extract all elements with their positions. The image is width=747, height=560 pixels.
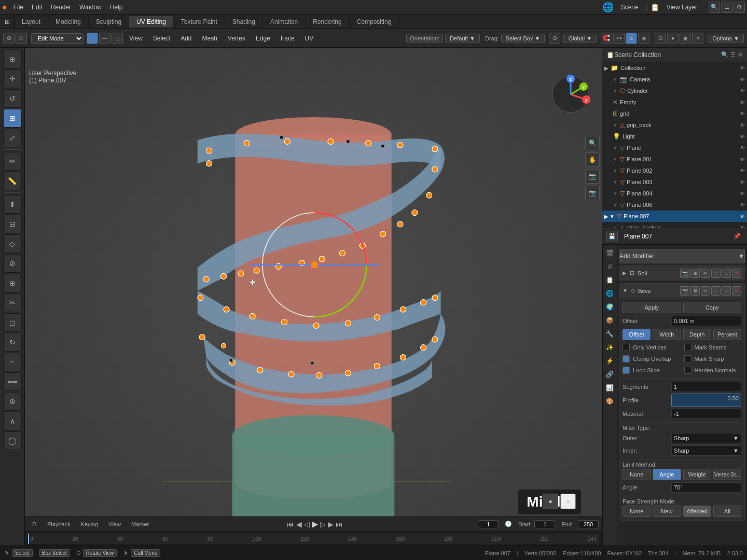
outliner-item-collection[interactable]: ▶ 📁 Collection 👁 — [602, 62, 747, 74]
constraints-props-icon[interactable]: 🔗 — [604, 368, 616, 381]
tab-rendering[interactable]: Rendering — [306, 16, 349, 27]
outer-dropdown[interactable]: Sharp ▼ — [671, 433, 741, 443]
orientation-btn[interactable]: ⊕ — [3, 33, 15, 44]
fs-affected-btn[interactable]: Affected — [683, 506, 711, 517]
limit-none-btn[interactable]: None — [622, 469, 651, 480]
smooth-tool[interactable]: ~ — [3, 353, 22, 371]
hand-btn[interactable]: ✋ — [585, 152, 600, 167]
file-menu[interactable]: File — [9, 3, 27, 12]
outliner-item-plane007[interactable]: ▶ ▼ ▽ Plane.007 👁 — [602, 211, 747, 222]
orientation-default[interactable]: Default ▼ — [445, 34, 480, 43]
jump-end-btn[interactable]: ⏭ — [336, 520, 343, 528]
solidify-render-icon[interactable]: 🖥 — [690, 269, 700, 278]
tab-modeling[interactable]: Modeling — [48, 16, 89, 27]
limit-angle-btn[interactable]: Angle — [653, 469, 681, 480]
outliner-settings-icon[interactable]: ⚙ — [738, 51, 743, 58]
viewport-gizmo[interactable]: Z Y X — [550, 74, 591, 115]
solidify-camera-icon[interactable]: 📷 — [680, 269, 689, 278]
modifier-props-icon[interactable]: 🔧 — [604, 328, 616, 340]
tab-compositing[interactable]: Compositing — [350, 16, 399, 27]
uv-menu[interactable]: UV — [301, 34, 318, 43]
keying-btn[interactable]: Keying — [78, 520, 102, 528]
viewport-shade-wire[interactable]: ⊡ — [655, 33, 666, 44]
shade-sphere2[interactable]: ● — [560, 494, 576, 509]
next-keyframe-btn[interactable]: ▷ — [320, 520, 326, 528]
jump-start-btn[interactable]: ⏮ — [287, 520, 294, 528]
move-tool[interactable]: ✛ — [3, 69, 22, 88]
face-menu[interactable]: Face — [276, 34, 299, 43]
bevel-tool[interactable]: ◇ — [3, 234, 22, 253]
transform-tool[interactable]: ⤢ — [3, 129, 22, 147]
start-frame[interactable]: 1 — [534, 520, 555, 528]
outliner-item-plane006[interactable]: ▼ ▽ Plane.006 👁 — [602, 199, 747, 211]
physics-props-icon[interactable]: ⚡ — [604, 355, 616, 367]
bevel-down-icon[interactable]: ↓ — [722, 286, 731, 296]
outliner-item-plane004[interactable]: ▼ ▽ Plane.004 👁 — [602, 188, 747, 199]
offset-tool[interactable]: ⊕ — [3, 274, 22, 292]
prev-keyframe-btn[interactable]: ◁ — [304, 520, 310, 528]
tab-width[interactable]: Width — [653, 329, 681, 340]
inner-dropdown[interactable]: Sharp ▼ — [671, 445, 741, 456]
rotate-tool[interactable]: ↺ — [3, 89, 22, 108]
outliner-item-plane[interactable]: ▼ ▽ Plane 👁 — [602, 142, 747, 153]
solidify-up-icon[interactable]: ↑ — [711, 269, 721, 278]
viewport-shade-render[interactable]: ☀ — [692, 33, 703, 44]
tab-percent[interactable]: Percent — [713, 329, 741, 340]
viewport-3d[interactable]: User Perspective (1) Plane.007 Z Y X — [25, 48, 602, 545]
shear-tool[interactable]: ∧ — [3, 412, 22, 430]
options-btn[interactable]: Options ▼ — [708, 34, 744, 43]
view-layer-props-icon[interactable]: 📋 — [604, 274, 616, 286]
timeline-view-btn[interactable]: View — [105, 520, 124, 528]
outliner-item-strap-backup[interactable]: ▼ △ strap_backup 👁 — [602, 222, 747, 228]
timeline-ruler[interactable]: 0 20 40 60 80 100 120 140 160 180 200 22… — [28, 534, 599, 544]
props-save-btn[interactable]: 💾 — [606, 231, 618, 242]
filter-btn[interactable]: ☰ — [721, 2, 732, 13]
spin-tool[interactable]: ↻ — [3, 333, 22, 352]
end-frame[interactable]: 250 — [578, 520, 599, 528]
mark-sharp-checkbox[interactable] — [684, 355, 691, 362]
solidify-header[interactable]: ▶ ⊟ Soli 📷 🖥 ✏ ↑ ↓ ✕ — [619, 266, 744, 281]
apply-btn[interactable]: Apply — [622, 302, 681, 313]
outliner-item-cylinder[interactable]: ▼ ⬡ Cylinder 👁 — [602, 85, 747, 96]
solidify-edit-icon[interactable]: ✏ — [701, 269, 710, 278]
bevel-render-icon[interactable]: 🖥 — [690, 286, 700, 296]
mesh-menu[interactable]: Mesh — [198, 34, 222, 43]
offset-value[interactable]: 0.001 m — [671, 316, 741, 326]
clamp-overlap-checkbox[interactable] — [622, 355, 630, 362]
help-menu[interactable]: Help — [106, 3, 127, 12]
edit-mode-select[interactable]: Edit Mode Object Mode — [31, 33, 84, 44]
window-menu[interactable]: Window — [75, 3, 106, 12]
camera-btn[interactable]: 📷 — [585, 169, 600, 184]
outliner-item-plane003[interactable]: ▼ ▽ Plane.003 👁 — [602, 176, 747, 188]
transform-global[interactable]: Global ▼ — [563, 34, 597, 43]
tab-depth[interactable]: Depth — [683, 329, 711, 340]
vertex-mode-btn[interactable]: · — [87, 33, 98, 44]
add-menu[interactable]: Add — [176, 34, 196, 43]
tab-shading[interactable]: Shading — [225, 16, 263, 27]
outliner-item-camera[interactable]: ▼ 📷 Camera 👁 — [602, 74, 747, 85]
outliner-item-plane002[interactable]: ▼ ▽ Plane.002 👁 — [602, 165, 747, 176]
render-menu[interactable]: Render — [47, 3, 75, 12]
outliner-filter-icon[interactable]: ☰ — [730, 51, 736, 58]
object-props-icon[interactable]: 📦 — [604, 314, 616, 327]
only-vertices-checkbox[interactable] — [622, 344, 630, 351]
zoom-in-btn[interactable]: 🔍 — [585, 136, 600, 150]
face-mode-btn[interactable]: ◻ — [112, 33, 123, 44]
limit-vertexgr-btn[interactable]: Vertex Gr... — [713, 469, 741, 480]
knife-tool[interactable]: ✂ — [3, 293, 22, 312]
data-props-icon[interactable]: 📊 — [604, 382, 616, 394]
prev-frame-btn[interactable]: ◀ — [296, 520, 302, 528]
profile-value[interactable]: 0.50 — [671, 394, 741, 407]
to-sphere-tool[interactable]: ◯ — [3, 431, 22, 450]
viewport-shade-solid[interactable]: ● — [667, 33, 679, 44]
outliner-search-icon[interactable]: 🔍 — [721, 51, 728, 58]
harden-normals-checkbox[interactable] — [684, 367, 691, 374]
fs-new-btn[interactable]: New — [653, 506, 681, 517]
edge-mode-btn[interactable]: — — [99, 33, 110, 44]
bevel-camera-icon[interactable]: 📷 — [680, 286, 689, 296]
inset-tool[interactable]: ⊟ — [3, 215, 22, 233]
marker-btn[interactable]: Marker — [128, 520, 152, 528]
props-pin-btn[interactable]: 📌 — [731, 231, 743, 242]
edge-slide-tool[interactable]: ⟺ — [3, 372, 22, 391]
pivot-btn[interactable]: ⊶ — [613, 33, 625, 44]
